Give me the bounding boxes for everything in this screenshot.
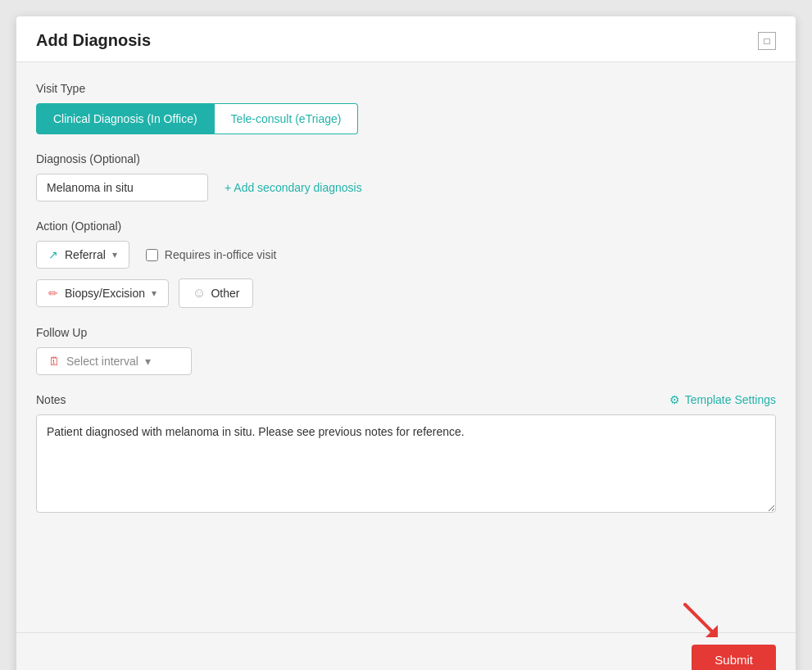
template-settings-link[interactable]: ⚙ Template Settings [669,393,776,406]
other-button[interactable]: ☺ Other [179,278,253,308]
notes-header: Notes ⚙ Template Settings [36,393,776,406]
action-row-1: ↗ Referral ▾ Requires in-office visit [36,241,776,269]
referral-arrow: ▾ [112,249,117,260]
dialog-footer: Submit [16,632,796,670]
other-label: Other [211,287,239,300]
dialog-body: Visit Type Clinical Diagnosis (In Office… [16,62,796,632]
requires-office-checkbox[interactable] [146,249,158,261]
add-secondary-link[interactable]: + Add secondary diagnosis [225,181,362,194]
tab-clinical[interactable]: Clinical Diagnosis (In Office) [36,103,215,134]
biopsy-arrow: ▾ [152,287,157,299]
calendar-icon: 🗓 [48,355,60,368]
interval-placeholder: Select interval [66,355,138,368]
action-row-2: ✏ Biopsy/Excision ▾ ☺ Other [36,278,776,308]
interval-select[interactable]: 🗓 Select interval ▾ [36,347,192,375]
referral-icon: ↗ [48,248,58,261]
biopsy-select[interactable]: ✏ Biopsy/Excision ▾ [36,279,169,307]
interval-arrow: ▾ [145,355,151,368]
visit-type-tabs: Clinical Diagnosis (In Office) Tele-cons… [36,103,776,134]
diagnosis-section: Diagnosis (Optional) + Add secondary dia… [36,152,776,201]
dialog-header: Add Diagnosis □ [16,16,796,62]
close-button[interactable]: □ [758,32,776,50]
referral-select[interactable]: ↗ Referral ▾ [36,241,129,269]
arrow-indicator [681,600,722,641]
other-icon: ☺ [193,286,206,301]
biopsy-icon: ✏ [48,287,58,300]
gear-icon: ⚙ [669,393,680,406]
add-diagnosis-dialog: Add Diagnosis □ Visit Type Clinical Diag… [16,16,796,670]
visit-type-section: Visit Type Clinical Diagnosis (In Office… [36,82,776,134]
requires-office-text: Requires in-office visit [165,248,277,261]
template-settings-label: Template Settings [685,393,776,406]
notes-textarea[interactable]: Patient diagnosed with melanoma in situ.… [36,414,776,513]
followup-label: Follow Up [36,326,776,339]
notes-section: Notes ⚙ Template Settings Patient diagno… [36,393,776,516]
requires-office-label[interactable]: Requires in-office visit [146,248,277,261]
add-secondary-label: + Add secondary diagnosis [225,181,362,194]
svg-line-0 [685,604,714,633]
action-section: Action (Optional) ↗ Referral ▾ Requires … [36,220,776,308]
followup-section: Follow Up 🗓 Select interval ▾ [36,326,776,375]
submit-button[interactable]: Submit [692,645,776,670]
biopsy-label: Biopsy/Excision [65,287,145,300]
diagnosis-input[interactable] [36,174,208,201]
action-label: Action (Optional) [36,220,776,233]
referral-label: Referral [65,248,106,261]
visit-type-label: Visit Type [36,82,776,95]
tab-teleconsult[interactable]: Tele-consult (eTriage) [215,103,359,134]
diagnosis-row: + Add secondary diagnosis [36,174,776,201]
notes-label: Notes [36,393,66,406]
diagnosis-label: Diagnosis (Optional) [36,152,776,165]
dialog-title: Add Diagnosis [36,31,151,50]
